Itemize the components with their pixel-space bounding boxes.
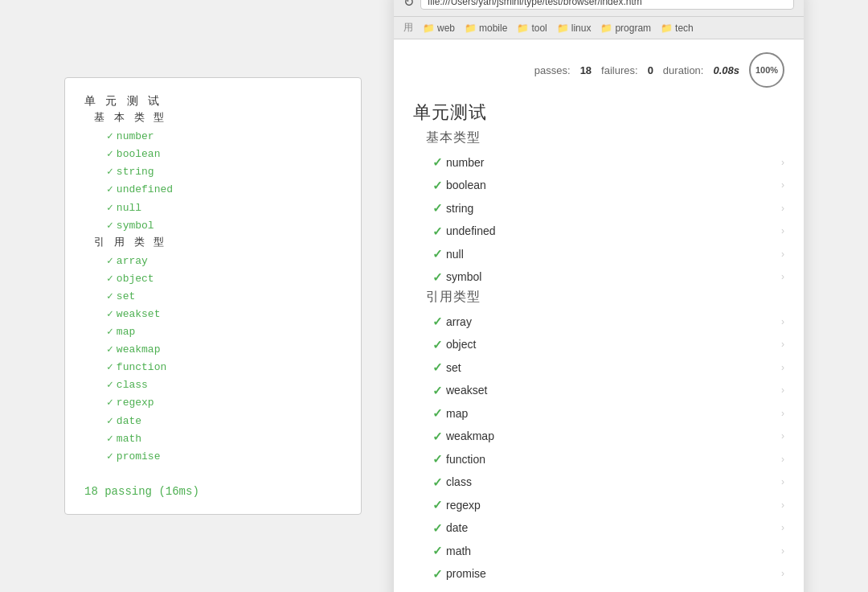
browser-test-item: ✓ math› <box>432 540 784 563</box>
terminal-test-item: ✓class <box>107 376 342 394</box>
terminal-test-item: ✓null <box>107 199 342 217</box>
bookmark-item[interactable]: 📁linux <box>557 23 592 34</box>
terminal-test-item: ✓undefined <box>107 181 342 199</box>
terminal-test-item: ✓array <box>107 253 342 270</box>
passes-value: 18 <box>580 64 592 76</box>
terminal-test-item: ✓weakmap <box>107 341 342 359</box>
browser-subsuite1-list: ✓ number›✓ boolean›✓ string›✓ undefined›… <box>413 151 784 289</box>
terminal-test-item: ✓function <box>107 359 342 376</box>
folder-icon: 📁 <box>557 23 569 34</box>
browser-test-item: ✓ map› <box>432 402 784 426</box>
terminal-test-item: ✓weakset <box>107 306 342 323</box>
browser-subsuite1-title: 基本类型 <box>426 130 784 146</box>
terminal-subsuite1-list: ✓number✓boolean✓string✓undefined✓null✓sy… <box>84 128 342 235</box>
browser-test-item: ✓ promise› <box>432 563 784 586</box>
url-bar[interactable]: file:///Users/yan/jsmini/type/test/brows… <box>420 0 794 10</box>
browser-test-item: ✓ undefined› <box>432 220 784 244</box>
browser-test-item: ✓ symbol› <box>432 266 784 290</box>
terminal-panel: 单 元 测 试 基 本 类 型 ✓number✓boolean✓string✓u… <box>64 77 362 515</box>
browser-panel: ↻ file:///Users/yan/jsmini/type/test/bro… <box>394 0 804 592</box>
terminal-test-item: ✓date <box>107 413 342 430</box>
percent-badge: 100% <box>749 52 784 88</box>
browser-test-item: ✓ weakmap› <box>432 426 784 449</box>
terminal-suite-title: 单 元 测 试 <box>84 94 342 109</box>
terminal-test-item: ✓string <box>107 163 342 181</box>
stats-bar: passes: 18 failures: 0 duration: 0.08s 1… <box>413 52 784 88</box>
folder-icon: 📁 <box>600 23 612 34</box>
browser-test-item: ✓ boolean› <box>432 175 784 198</box>
folder-icon: 📁 <box>465 23 477 34</box>
browser-test-item: ✓ class› <box>432 471 784 495</box>
folder-icon: 📁 <box>517 23 529 34</box>
browser-toolbar: ↻ file:///Users/yan/jsmini/type/test/bro… <box>394 0 804 17</box>
browser-test-item: ✓ regexp› <box>432 494 784 517</box>
bookmark-item[interactable]: 📁web <box>423 23 455 34</box>
terminal-passing: 18 passing (16ms) <box>84 485 342 498</box>
terminal-test-item: ✓regexp <box>107 394 342 412</box>
terminal-test-item: ✓boolean <box>107 146 342 163</box>
terminal-test-item: ✓number <box>107 128 342 146</box>
failures-value: 0 <box>648 64 653 76</box>
terminal-test-item: ✓object <box>107 270 342 288</box>
folder-icon: 📁 <box>661 23 673 34</box>
browser-test-item: ✓ string› <box>432 197 784 220</box>
browser-subsuite2-list: ✓ array›✓ object›✓ set›✓ weakset›✓ map›✓… <box>413 310 784 586</box>
browser-test-item: ✓ function› <box>432 448 784 471</box>
browser-test-item: ✓ null› <box>432 243 784 266</box>
terminal-test-item: ✓math <box>107 430 342 448</box>
terminal-subsuite2-title: 引 用 类 型 <box>94 235 342 249</box>
duration-label: duration: <box>663 64 704 76</box>
reload-icon[interactable]: ↻ <box>403 0 414 10</box>
browser-test-item: ✓ set› <box>432 356 784 380</box>
terminal-test-item: ✓promise <box>107 448 342 466</box>
folder-icon: 📁 <box>423 23 435 34</box>
browser-subsuite2-title: 引用类型 <box>426 289 784 306</box>
duration-value: 0.08s <box>713 64 739 76</box>
browser-bookmarks: 用 📁web📁mobile📁tool📁linux📁program📁tech <box>394 17 804 39</box>
browser-test-item: ✓ weakset› <box>432 380 784 403</box>
browser-suite-title: 单元测试 <box>413 101 784 125</box>
browser-content: passes: 18 failures: 0 duration: 0.08s 1… <box>394 39 804 592</box>
terminal-test-item: ✓set <box>107 288 342 306</box>
bookmarks-label: 用 <box>403 21 413 35</box>
browser-test-item: ✓ date› <box>432 517 784 541</box>
terminal-subsuite2-list: ✓array✓object✓set✓weakset✓map✓weakmap✓fu… <box>84 253 342 466</box>
terminal-subsuite1-title: 基 本 类 型 <box>94 110 342 125</box>
bookmark-item[interactable]: 📁tech <box>661 23 694 34</box>
terminal-test-item: ✓map <box>107 323 342 341</box>
failures-label: failures: <box>601 64 638 76</box>
bookmark-item[interactable]: 📁tool <box>517 23 547 34</box>
bookmark-list: 📁web📁mobile📁tool📁linux📁program📁tech <box>423 23 694 34</box>
passes-label: passes: <box>534 64 571 76</box>
browser-test-item: ✓ array› <box>432 310 784 334</box>
browser-test-item: ✓ object› <box>432 334 784 357</box>
bookmark-item[interactable]: 📁mobile <box>465 23 507 34</box>
bookmark-item[interactable]: 📁program <box>600 23 651 34</box>
terminal-test-item: ✓symbol <box>107 217 342 235</box>
browser-test-item: ✓ number› <box>432 151 784 175</box>
